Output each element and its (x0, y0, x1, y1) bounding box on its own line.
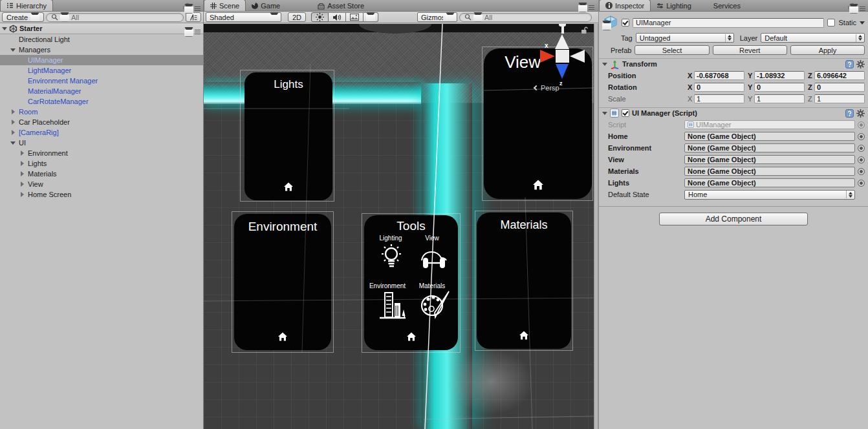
gameobject-active-checkbox[interactable] (622, 19, 629, 26)
help-icon[interactable] (845, 60, 854, 68)
ui-card-materials[interactable]: Materials (477, 213, 571, 349)
hierarchy-item-environment[interactable]: Environment (0, 148, 203, 158)
script-object-field[interactable]: UIManager (684, 120, 855, 129)
tab-lighting[interactable]: Lighting (651, 1, 697, 11)
component-enabled-checkbox[interactable] (622, 109, 629, 117)
object-picker-icon[interactable] (858, 145, 865, 152)
position-x-field[interactable]: -0.687068 (694, 71, 744, 80)
ui-card-lights[interactable]: Lights (244, 72, 332, 200)
gizmo-axis-z-cone[interactable] (556, 64, 569, 79)
tab-inspector[interactable]: Inspector (599, 0, 651, 11)
materials-object-field[interactable]: None (Game Object) (684, 167, 855, 176)
static-checkbox[interactable] (827, 19, 835, 26)
gizmo-axis-x-cone[interactable] (540, 50, 555, 63)
gizmo-persp-toggle[interactable]: Persp (534, 84, 559, 92)
transform-header[interactable]: Transform (599, 58, 868, 69)
gizmos-dropdown[interactable]: Gizmos (417, 12, 457, 22)
hierarchy-item-materials[interactable]: Materials (0, 169, 203, 179)
scene-search-input[interactable]: All (459, 13, 592, 22)
ui-manager-script-header[interactable]: UI Manager (Script) (599, 107, 868, 118)
tab-game[interactable]: Game (246, 1, 286, 11)
gizmo-axis-cone-right[interactable] (570, 50, 585, 63)
foldout-icon[interactable] (12, 120, 15, 125)
prefab-revert-button[interactable]: Revert (713, 45, 787, 55)
scale-x-field[interactable]: 1 (694, 94, 744, 103)
hierarchy-item-lights[interactable]: Lights (0, 158, 203, 169)
tab-asset-store[interactable]: Asset Store (312, 1, 370, 11)
ui-card-environment[interactable]: Environment (234, 214, 331, 350)
foldout-icon[interactable] (21, 151, 24, 156)
scene-viewport[interactable]: Lights View Environment (204, 24, 594, 429)
gear-icon[interactable] (856, 109, 865, 118)
default-state-dropdown[interactable]: Home (684, 190, 855, 200)
ui-card-tools[interactable]: Tools Lighting View Environment Material… (364, 215, 458, 350)
foldout-icon[interactable] (602, 112, 607, 115)
scale-z-field[interactable]: 1 (814, 94, 865, 103)
foldout-icon[interactable] (21, 192, 24, 197)
foldout-icon[interactable] (2, 27, 7, 30)
tab-hierarchy[interactable]: Hierarchy (0, 0, 53, 11)
hierarchy-item-directional-light[interactable]: Directional Light (0, 34, 203, 45)
hierarchy-sort-button[interactable] (186, 12, 201, 22)
tab-services[interactable]: Services (708, 1, 746, 11)
object-picker-icon[interactable] (858, 133, 865, 140)
hierarchy-item-carrotatemanager[interactable]: CarRotateManager (0, 96, 203, 107)
object-picker-icon[interactable] (858, 156, 865, 163)
prefab-apply-button[interactable]: Apply (790, 45, 865, 55)
rotation-x-field[interactable]: 0 (694, 83, 744, 92)
hierarchy-item-home-screen[interactable]: Home Screen (0, 189, 203, 200)
hierarchy-item-camerarig[interactable]: [CameraRig] (0, 127, 203, 138)
object-picker-icon[interactable] (858, 168, 865, 175)
gear-icon[interactable] (856, 60, 865, 68)
pane-menu-icon[interactable] (849, 4, 865, 14)
gizmo-center-cube[interactable] (556, 50, 569, 63)
foldout-icon[interactable] (21, 171, 24, 176)
hierarchy-scene-row[interactable]: Starter (0, 23, 203, 34)
hierarchy-item-environment-manager[interactable]: Environment Manager (0, 76, 203, 86)
gameobject-name-field[interactable]: UIManager (633, 18, 824, 28)
hierarchy-item-car-placeholder[interactable]: Car Placeholder (0, 117, 203, 127)
foldout-icon[interactable] (602, 63, 607, 66)
tab-scene[interactable]: Scene (204, 0, 246, 11)
draw-mode-dropdown[interactable]: Shaded (206, 12, 281, 22)
prefab-select-button[interactable]: Select (635, 45, 709, 55)
hierarchy-item-uimanager[interactable]: UIManager (0, 55, 203, 65)
create-button[interactable]: Create (2, 12, 44, 22)
help-icon[interactable] (845, 109, 854, 118)
scene-effects-toggle[interactable] (346, 12, 363, 22)
hierarchy-item-lightmanager[interactable]: LightManager (0, 65, 203, 76)
environment-object-field[interactable]: None (Game Object) (684, 143, 855, 152)
gizmo-axis-y-cone[interactable] (555, 34, 569, 49)
scene-audio-toggle[interactable] (329, 12, 346, 22)
lights-object-field[interactable]: None (Game Object) (684, 178, 855, 187)
rotation-z-field[interactable]: 0 (814, 83, 865, 92)
view-object-field[interactable]: None (Game Object) (684, 155, 855, 164)
rotation-y-field[interactable]: 0 (754, 83, 805, 92)
scale-y-field[interactable]: 1 (754, 94, 805, 103)
ui-card-view[interactable]: View (484, 48, 592, 199)
foldout-icon[interactable] (12, 109, 15, 114)
foldout-icon[interactable] (12, 130, 15, 135)
layer-dropdown[interactable]: Default (761, 33, 865, 43)
hierarchy-item-view[interactable]: View (0, 179, 203, 189)
foldout-icon[interactable] (10, 48, 16, 52)
hierarchy-item-managers[interactable]: Managers (0, 45, 203, 55)
tag-dropdown[interactable]: Untagged (636, 33, 734, 43)
hierarchy-item-ui[interactable]: UI (0, 138, 203, 148)
object-picker-icon[interactable] (858, 121, 865, 129)
effects-dropdown[interactable] (363, 12, 378, 22)
scene-row-menu-icon[interactable] (184, 27, 201, 37)
foldout-icon[interactable] (21, 161, 24, 166)
toggle-2d-button[interactable]: 2D (288, 12, 306, 22)
pane-menu-icon[interactable] (184, 4, 201, 14)
gameobject-cube-icon[interactable] (603, 15, 618, 30)
hierarchy-item-room[interactable]: Room (0, 107, 203, 117)
home-object-field[interactable]: None (Game Object) (684, 132, 855, 141)
hierarchy-item-materialmanager[interactable]: MaterialManager (0, 86, 203, 96)
static-dropdown-icon[interactable] (860, 21, 865, 25)
scene-lighting-toggle[interactable] (311, 12, 329, 22)
panel-splitter[interactable] (594, 24, 598, 429)
pane-menu-icon[interactable] (578, 3, 594, 12)
object-picker-icon[interactable] (858, 180, 865, 187)
position-z-field[interactable]: 6.096642 (814, 71, 865, 80)
